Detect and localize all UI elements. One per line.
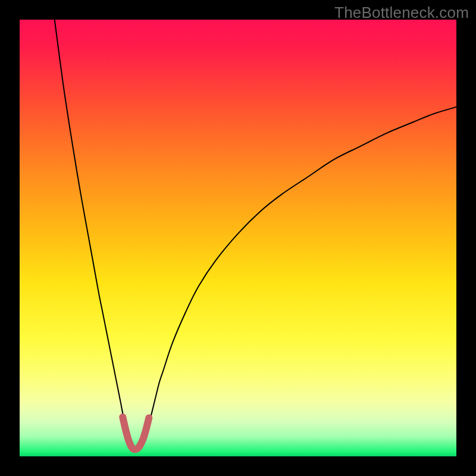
outer-frame: TheBottleneck.com (0, 0, 476, 476)
gradient-background (20, 20, 456, 456)
chart-area (20, 20, 456, 456)
chart-svg (20, 20, 456, 456)
